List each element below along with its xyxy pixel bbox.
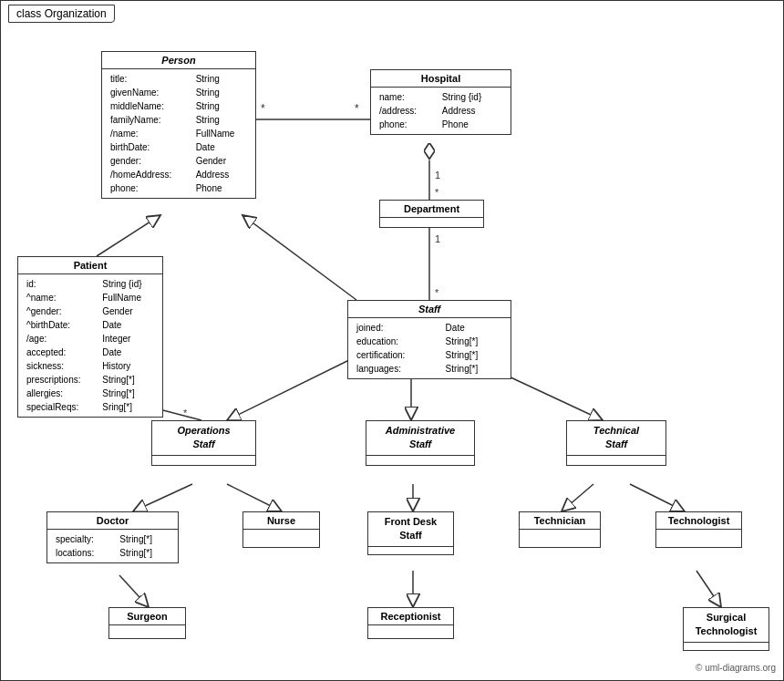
technical-staff-class: TechnicalStaff	[566, 420, 666, 466]
svg-text:1: 1	[435, 233, 440, 244]
administrative-staff-class: AdministrativeStaff	[366, 420, 475, 466]
technician-header: Technician	[520, 512, 600, 530]
receptionist-class: Receptionist	[367, 607, 454, 639]
staff-body: joined:Date education:String[*] certific…	[348, 318, 511, 378]
svg-text:*: *	[355, 102, 359, 115]
patient-header: Patient	[18, 257, 162, 274]
svg-line-25	[696, 571, 721, 607]
department-class: Department	[379, 200, 484, 228]
nurse-class: Nurse	[242, 511, 320, 548]
technologist-header: Technologist	[656, 512, 741, 530]
hospital-header: Hospital	[371, 70, 511, 88]
staff-header: Staff	[348, 301, 511, 318]
front-desk-staff-body	[368, 547, 453, 554]
technologist-class: Technologist	[655, 511, 742, 548]
person-header: Person	[102, 52, 255, 69]
svg-line-10	[97, 215, 160, 256]
receptionist-header: Receptionist	[368, 608, 453, 625]
doctor-class: Doctor specialty:String[*] locations:Str…	[46, 511, 179, 563]
operations-staff-body	[152, 456, 255, 463]
patient-class: Patient id:String {id} ^name:FullName ^g…	[17, 256, 163, 418]
diagram-container: class Organization * * 1 *	[0, 0, 784, 681]
surgeon-header: Surgeon	[109, 608, 185, 625]
svg-line-18	[133, 484, 192, 511]
nurse-body	[243, 530, 319, 537]
staff-class: Staff joined:Date education:String[*] ce…	[347, 300, 511, 379]
administrative-staff-header: AdministrativeStaff	[366, 421, 474, 456]
front-desk-staff-class: Front DeskStaff	[367, 511, 454, 555]
front-desk-staff-header: Front DeskStaff	[368, 512, 453, 547]
receptionist-body	[368, 625, 453, 633]
svg-line-15	[227, 356, 356, 420]
svg-text:1: 1	[435, 170, 440, 181]
surgical-technologist-header: SurgicalTechnologist	[684, 608, 769, 643]
svg-line-11	[242, 215, 356, 300]
department-header: Department	[380, 201, 483, 218]
surgical-technologist-class: SurgicalTechnologist	[683, 607, 769, 651]
svg-line-19	[227, 484, 282, 511]
surgical-technologist-body	[684, 643, 769, 650]
surgeon-class: Surgeon	[108, 607, 186, 639]
doctor-header: Doctor	[47, 512, 178, 530]
operations-staff-class: OperationsStaff	[151, 420, 256, 466]
person-class: Person title:String givenName:String mid…	[101, 51, 256, 199]
copyright: © uml-diagrams.org	[696, 663, 776, 673]
technician-class: Technician	[519, 511, 601, 548]
svg-text:*: *	[435, 287, 439, 298]
svg-line-22	[630, 484, 685, 511]
diagram-title: class Organization	[8, 5, 115, 23]
surgeon-body	[109, 625, 185, 633]
technical-staff-header: TechnicalStaff	[567, 421, 665, 456]
department-body	[380, 218, 483, 227]
svg-text:*: *	[183, 408, 188, 418]
administrative-staff-body	[366, 456, 474, 463]
svg-text:*: *	[261, 102, 265, 115]
technologist-body	[656, 530, 741, 537]
hospital-class: Hospital name:String {id} /address:Addre…	[370, 69, 511, 135]
svg-line-21	[562, 484, 593, 511]
technical-staff-body	[567, 456, 665, 463]
technician-body	[520, 530, 600, 537]
operations-staff-header: OperationsStaff	[152, 421, 255, 456]
nurse-header: Nurse	[243, 512, 319, 530]
person-body: title:String givenName:String middleName…	[102, 69, 255, 198]
hospital-body: name:String {id} /address:Address phone:…	[371, 88, 511, 134]
patient-body: id:String {id} ^name:FullName ^gender:Ge…	[18, 274, 162, 417]
doctor-body: specialty:String[*] locations:String[*]	[47, 530, 178, 562]
svg-text:*: *	[435, 187, 439, 198]
svg-line-23	[119, 575, 149, 607]
